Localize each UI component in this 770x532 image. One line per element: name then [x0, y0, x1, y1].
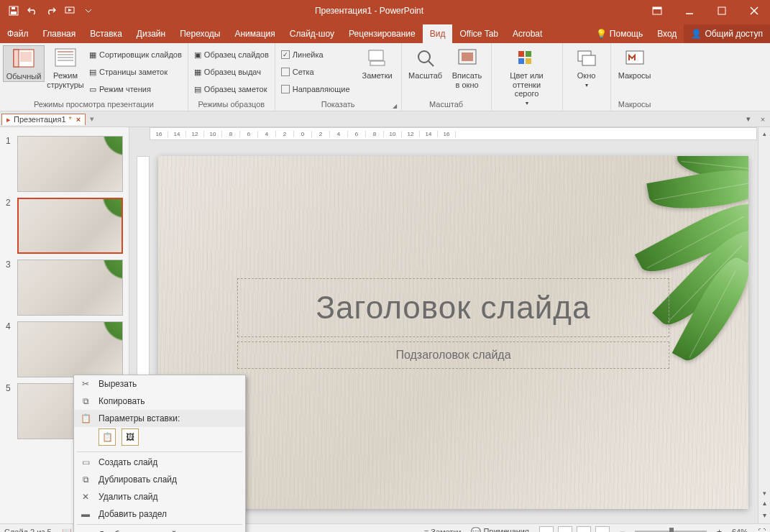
window-title: Презентация1 - PowerPoint [98, 6, 641, 16]
close-icon[interactable] [738, 0, 770, 22]
reading-view-status-button[interactable] [577, 526, 591, 533]
new-tab-button[interactable]: ▾ [86, 114, 98, 124]
zoom-in-button[interactable]: + [717, 527, 722, 533]
tab-insert[interactable]: Вставка [83, 24, 129, 43]
close-all-tabs-icon[interactable]: × [756, 115, 770, 124]
tab-animations[interactable]: Анимация [227, 24, 282, 43]
slide-sorter-button[interactable]: ▦Сортировщик слайдов [86, 47, 185, 63]
slide-master-button[interactable]: ▣Образец слайдов [191, 47, 272, 63]
minimize-icon[interactable] [673, 0, 705, 22]
handout-master-icon: ▦ [194, 68, 201, 77]
fit-window-icon [456, 47, 479, 70]
cm-duplicate-slide[interactable]: ⧉Дублировать слайд [74, 471, 245, 488]
tab-transitions[interactable]: Переходы [173, 24, 227, 43]
outline-view-button[interactable]: Режим структуры [45, 45, 86, 89]
fit-to-window-button[interactable]: Вписать в окно [446, 45, 488, 89]
ruler-checkbox[interactable]: ✓Линейка [278, 47, 353, 63]
tell-me[interactable]: 💡Помощь [589, 24, 650, 43]
qat-customize-icon[interactable] [79, 1, 98, 20]
thumbnail-3[interactable]: 3 [0, 257, 129, 318]
normal-view-button[interactable]: Обычный [3, 45, 45, 82]
window-button[interactable]: Окно ▾ [566, 45, 608, 88]
gridlines-checkbox[interactable]: Сетка [278, 64, 353, 80]
cm-publish-slides[interactable]: ☁Опубликовать слайды [74, 526, 245, 532]
notes-page-button[interactable]: ▤Страницы заметок [86, 64, 185, 80]
cm-copy[interactable]: ⧉Копировать [74, 393, 245, 410]
workspace: 1 2 3 4 5 1614121086420246810121416 Заго… [0, 127, 770, 523]
publish-icon: ☁ [80, 529, 91, 532]
section-icon: ▬ [80, 508, 91, 520]
zoom-out-button[interactable]: − [620, 527, 625, 533]
subtitle-placeholder[interactable]: Подзаголовок слайда [237, 341, 669, 369]
svg-rect-21 [462, 52, 473, 61]
slide-sorter-icon: ▦ [89, 50, 96, 60]
handout-master-button[interactable]: ▦Образец выдач [191, 64, 272, 80]
cm-delete-slide[interactable]: ✕Удалить слайд [74, 488, 245, 505]
zoom-button[interactable]: Масштаб [405, 45, 446, 81]
tab-slideshow[interactable]: Слайд-шоу [283, 24, 342, 43]
group-macros: Макросы Макросы [611, 43, 659, 111]
undo-icon[interactable] [23, 1, 42, 20]
slideshow-from-start-icon[interactable] [60, 1, 79, 20]
prev-slide-icon[interactable]: ▴ [758, 499, 770, 511]
color-grayscale-button[interactable]: Цвет или оттенки серого ▾ [495, 45, 559, 106]
close-tab-icon[interactable]: × [76, 115, 81, 124]
thumbnail-1[interactable]: 1 [0, 133, 129, 195]
slide-canvas[interactable]: Заголовок слайда Подзаголовок слайда [158, 156, 748, 509]
title-placeholder[interactable]: Заголовок слайда [237, 278, 669, 337]
maximize-icon[interactable] [705, 0, 738, 22]
redo-icon[interactable] [42, 1, 60, 20]
notes-toggle[interactable]: ≡ Заметки [424, 528, 462, 533]
normal-view-icon [12, 47, 35, 70]
cm-add-section[interactable]: ▬Добавить раздел [74, 505, 245, 523]
cm-cut[interactable]: ✂Вырезать [74, 375, 245, 393]
dialog-launcher-icon[interactable]: ◢ [393, 103, 397, 109]
macros-button[interactable]: Макросы [614, 45, 656, 81]
normal-view-status-button[interactable] [539, 526, 554, 533]
macros-icon [623, 47, 646, 70]
share-button[interactable]: 👤Общий доступ [684, 24, 770, 43]
scroll-down-icon[interactable]: ▾ [758, 487, 770, 499]
tab-officetab[interactable]: Office Tab [452, 24, 505, 43]
comments-toggle[interactable]: 💬 Примечания [471, 527, 529, 532]
color-palette-icon [515, 47, 538, 70]
scroll-up-icon[interactable]: ▴ [758, 127, 770, 139]
view-buttons [539, 526, 610, 533]
guides-checkbox[interactable]: Направляющие [278, 81, 353, 97]
paste-use-destination-theme[interactable]: 📋 [98, 428, 116, 446]
group-label-views: Режимы просмотра презентации [3, 98, 185, 111]
svg-rect-1 [11, 12, 17, 14]
cm-new-slide[interactable]: ▭Создать слайд [74, 454, 245, 471]
sorter-view-status-button[interactable] [558, 526, 572, 533]
document-tab[interactable]: ▸ Презентация1 * × [1, 114, 86, 125]
svg-rect-17 [370, 61, 385, 65]
tab-list-dropdown[interactable]: ▾ [741, 114, 756, 124]
tab-design[interactable]: Дизайн [129, 24, 173, 43]
spell-check-icon[interactable]: 📖 [62, 527, 72, 532]
next-slide-icon[interactable]: ▾ [758, 511, 770, 523]
reading-view-button[interactable]: ▭Режим чтения [86, 81, 185, 97]
ribbon-display-options-icon[interactable] [641, 0, 673, 22]
signin-link[interactable]: Вход [650, 24, 684, 43]
thumbnail-4[interactable]: 4 [0, 318, 129, 380]
tab-review[interactable]: Рецензирование [342, 24, 423, 43]
tab-view[interactable]: Вид [423, 24, 453, 43]
slideshow-status-button[interactable] [595, 526, 610, 533]
fit-to-window-status-button[interactable]: ⛶ [758, 528, 766, 533]
svg-rect-22 [518, 51, 524, 57]
vertical-scrollbar[interactable]: ▴ ▾ ▴ ▾ [758, 127, 770, 523]
save-icon[interactable] [4, 1, 23, 20]
svg-rect-25 [526, 58, 531, 64]
tab-acrobat[interactable]: Acrobat [505, 24, 549, 43]
group-label-masters: Режимы образцов [191, 98, 272, 111]
notes-button[interactable]: Заметки [357, 45, 398, 81]
zoom-percentage[interactable]: 64% [732, 528, 748, 533]
person-icon: 👤 [691, 29, 702, 39]
group-label-zoom: Масштаб [405, 98, 488, 111]
notes-master-button[interactable]: ▤Образец заметок [191, 81, 272, 97]
paste-keep-source-formatting[interactable]: 🖼 [122, 428, 139, 446]
tab-home[interactable]: Главная [36, 24, 83, 43]
tab-file[interactable]: Файл [0, 24, 36, 43]
slide-counter[interactable]: Слайд 2 из 5 [4, 528, 52, 533]
thumbnail-2[interactable]: 2 [0, 195, 129, 257]
